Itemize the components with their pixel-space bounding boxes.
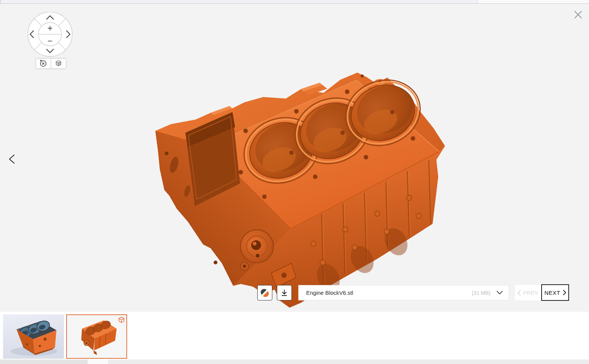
- chevron-left-icon: [8, 152, 16, 167]
- material-toggle-button[interactable]: [257, 285, 272, 300]
- zoom-in-button[interactable]: +: [47, 23, 52, 33]
- file-size: (31 MB): [472, 290, 490, 296]
- file-name: Engine BlockV6.stl: [306, 290, 472, 296]
- page-top-strip-divider: [477, 0, 477, 3]
- thumbnail-strip: [0, 312, 589, 359]
- close-icon: [573, 9, 583, 21]
- download-button[interactable]: [277, 285, 292, 300]
- file-expand-button[interactable]: [496, 291, 503, 295]
- scrollbar-segment: [0, 359, 88, 364]
- file-info-bar[interactable]: Engine BlockV6.stl (31 MB): [298, 285, 509, 300]
- prev-button[interactable]: PREV: [515, 285, 541, 301]
- cube-icon: [118, 316, 125, 324]
- chevron-down-icon: [496, 291, 503, 295]
- zoom-out-button[interactable]: −: [47, 36, 52, 46]
- chevron-left-icon: [518, 290, 521, 296]
- thumbnail-engine-block-photo[interactable]: [3, 314, 64, 359]
- two-tone-sphere-icon: [260, 288, 269, 297]
- page-top-strip-edge: [0, 0, 0, 3]
- selected-model-badge: [118, 316, 125, 324]
- cube-icon[interactable]: [56, 61, 61, 66]
- page-top-strip: [0, 0, 589, 4]
- scrollbar-thumb[interactable]: [88, 359, 108, 364]
- prev-label: PREV: [523, 290, 538, 296]
- next-button[interactable]: NEXT: [541, 284, 569, 301]
- back-button[interactable]: [5, 151, 18, 167]
- horizontal-scrollbar[interactable]: [0, 359, 589, 364]
- close-button[interactable]: [571, 8, 585, 22]
- engine-block-model[interactable]: [152, 67, 449, 309]
- thumbnail-engine-block-3d-model[interactable]: [66, 314, 127, 359]
- engine-block-photo: [3, 314, 64, 359]
- chevron-right-icon: [563, 290, 566, 295]
- page-top-strip-segment: [477, 0, 589, 3]
- next-label: NEXT: [544, 290, 560, 296]
- download-icon: [281, 289, 288, 297]
- view-navigation-pad[interactable]: + −: [26, 12, 75, 71]
- model-viewer-panel[interactable]: + −: [0, 4, 589, 312]
